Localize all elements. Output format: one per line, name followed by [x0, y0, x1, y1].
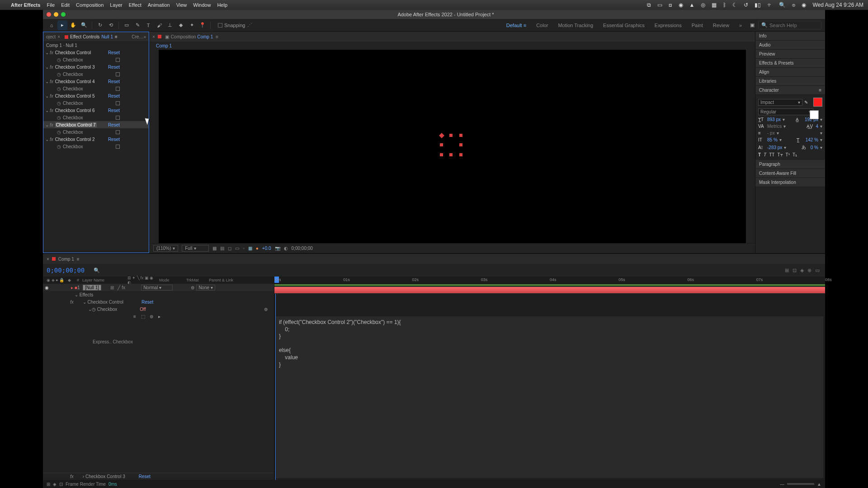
menubar-siri-icon[interactable]: ◉: [802, 2, 806, 8]
menubar-app-icon[interactable]: ▲: [689, 2, 695, 8]
menubar-cc-icon[interactable]: ◉: [679, 2, 683, 8]
menu-animation[interactable]: Animation: [148, 2, 170, 8]
menubar-record-icon[interactable]: ⧉: [647, 2, 651, 8]
menubar-control-icon[interactable]: ⌾: [792, 2, 795, 8]
menubar-dropbox-icon[interactable]: ⧈: [669, 2, 672, 8]
menu-composition[interactable]: Composition: [76, 2, 104, 8]
menubar-dnd-icon[interactable]: ☾: [732, 2, 737, 8]
app-name[interactable]: After Effects: [11, 2, 40, 8]
menu-edit[interactable]: Edit: [61, 2, 70, 8]
menubar-timemachine-icon[interactable]: ↺: [744, 2, 748, 8]
mac-menubar: After Effects File Edit Composition Laye…: [0, 0, 868, 10]
menubar-clock[interactable]: Wed Aug 24 9:26 AM: [812, 2, 863, 8]
menu-help[interactable]: Help: [217, 2, 227, 8]
menubar-calendar-icon[interactable]: ▦: [712, 2, 717, 8]
menubar-battery-icon[interactable]: ▮▯: [755, 2, 761, 8]
menubar-search-icon[interactable]: 🔍: [779, 2, 786, 8]
menu-layer[interactable]: Layer: [110, 2, 123, 8]
menubar-wifi-icon[interactable]: ᯤ: [767, 2, 773, 8]
menu-file[interactable]: File: [47, 2, 55, 8]
menu-view[interactable]: View: [176, 2, 187, 8]
menu-window[interactable]: Window: [193, 2, 211, 8]
menubar-bluetooth-icon[interactable]: ᛒ: [723, 2, 726, 8]
menu-effect[interactable]: Effect: [129, 2, 142, 8]
menubar-screen-icon[interactable]: ▭: [657, 2, 662, 8]
menubar-chrome-icon[interactable]: ◎: [701, 2, 705, 8]
